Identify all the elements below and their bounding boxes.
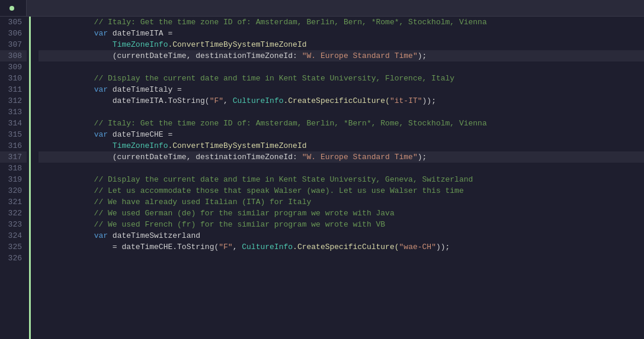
line-numbers: 3053063073083093103113123133143153163173… <box>0 17 27 264</box>
code-token: , <box>233 243 242 251</box>
code-token: // Let us accommodate those that speak W… <box>39 186 464 195</box>
code-token: TimeZoneInfo <box>113 40 168 49</box>
code-token: // We used French (fr) for the similar p… <box>39 220 385 229</box>
code-token: ); <box>418 51 427 60</box>
code-line: // Let us accommodate those that speak W… <box>39 185 644 196</box>
line-number: 320 <box>0 185 27 196</box>
code-token: .ConvertTimeBySystemTimeZoneId <box>168 141 306 150</box>
code-token: .CreateSpecificCulture( <box>293 243 399 251</box>
line-number: 317 <box>0 151 27 163</box>
code-content[interactable]: // Italy: Get the time zone ID of: Amste… <box>34 17 644 339</box>
line-number: 307 <box>0 39 27 50</box>
code-token <box>39 40 113 49</box>
code-line: var dateTimeITA = <box>39 28 644 39</box>
code-line: // Italy: Get the time zone ID of: Amste… <box>39 118 644 129</box>
code-line: // We have already used Italian (ITA) fo… <box>39 196 644 208</box>
code-area: 3053063073083093103113123133143153163173… <box>0 17 644 339</box>
editor-container: 3053063073083093103113123133143153163173… <box>0 0 644 339</box>
code-token: var <box>94 130 108 139</box>
code-token <box>39 29 94 38</box>
code-token: dateTimeSwitzerland <box>108 231 200 240</box>
code-token <box>39 141 113 150</box>
code-line: // Display the current date and time in … <box>39 174 644 185</box>
code-line <box>39 163 644 174</box>
code-token: CultureInfo <box>242 243 293 251</box>
code-line: // Display the current date and time in … <box>39 73 644 84</box>
code-line: (currentDateTime, destinationTimeZoneId:… <box>39 151 644 163</box>
code-token: "wae-CH" <box>399 243 436 251</box>
code-token: dateTimeItaly = <box>108 85 182 94</box>
code-token: dateTimeITA.ToString( <box>39 96 210 105</box>
code-token: CultureInfo <box>233 96 284 105</box>
code-line: // Italy: Get the time zone ID of: Amste… <box>39 17 644 28</box>
code-token: // Italy: Get the time zone ID of: Amste… <box>39 119 487 128</box>
code-line <box>39 62 644 73</box>
code-token: dateTimeITA = <box>108 29 172 38</box>
line-number: 310 <box>0 73 27 84</box>
code-token: )); <box>422 96 436 105</box>
line-number: 314 <box>0 118 27 129</box>
code-token: TimeZoneInfo <box>113 141 168 150</box>
code-token <box>39 85 94 94</box>
line-number: 322 <box>0 208 27 219</box>
code-token <box>39 130 94 139</box>
gutter <box>27 17 34 339</box>
code-token: = dateTimeCHE.ToString( <box>39 243 219 251</box>
code-token: var <box>94 29 108 38</box>
code-token: "it-IT" <box>390 96 422 105</box>
code-token: ); <box>418 153 427 162</box>
line-number: 306 <box>0 28 27 39</box>
line-number: 308 <box>0 50 27 62</box>
code-token <box>39 231 94 240</box>
code-line: TimeZoneInfo.ConvertTimeBySystemTimeZone… <box>39 39 644 50</box>
code-token: "W. Europe Standard Time" <box>302 51 418 60</box>
line-number: 313 <box>0 106 27 118</box>
code-token: var <box>94 231 108 240</box>
code-token: // Italy: Get the time zone ID of: Amste… <box>39 18 487 27</box>
code-line: // We used German (de) for the similar p… <box>39 208 644 219</box>
line-number: 311 <box>0 84 27 95</box>
code-line: var dateTimeCHE = <box>39 129 644 140</box>
code-token: "W. Europe Standard Time" <box>302 153 418 162</box>
line-number: 309 <box>0 62 27 73</box>
code-token: .CreateSpecificCulture( <box>284 96 390 105</box>
active-tab[interactable] <box>0 0 27 16</box>
tab-modified-dot <box>9 6 14 11</box>
line-number: 318 <box>0 163 27 174</box>
code-line: // We used French (fr) for the similar p… <box>39 219 644 230</box>
code-line: (currentDateTime, destinationTimeZoneId:… <box>39 50 644 62</box>
code-line: var dateTimeSwitzerland <box>39 230 644 241</box>
code-token: .ConvertTimeBySystemTimeZoneId <box>168 40 306 49</box>
line-number: 319 <box>0 174 27 185</box>
code-line <box>39 253 644 264</box>
green-indicator-bar <box>29 17 31 339</box>
line-number: 305 <box>0 17 27 28</box>
line-number: 316 <box>0 140 27 151</box>
code-token: // Display the current date and time in … <box>39 74 454 83</box>
code-token: "F" <box>210 96 223 105</box>
code-line: = dateTimeCHE.ToString("F", CultureInfo.… <box>39 241 644 253</box>
code-token: "F" <box>219 243 232 251</box>
line-number: 321 <box>0 196 27 208</box>
line-number: 324 <box>0 230 27 241</box>
code-line: TimeZoneInfo.ConvertTimeBySystemTimeZone… <box>39 140 644 151</box>
line-number: 315 <box>0 129 27 140</box>
line-number: 326 <box>0 253 27 264</box>
code-token: (currentDateTime, destinationTimeZoneId: <box>39 51 302 60</box>
code-token: // Display the current date and time in … <box>39 175 473 184</box>
code-token: // We have already used Italian (ITA) fo… <box>39 198 311 206</box>
code-token: var <box>94 85 108 94</box>
code-line: dateTimeITA.ToString("F", CultureInfo.Cr… <box>39 95 644 106</box>
code-token: // We used German (de) for the similar p… <box>39 209 395 218</box>
code-token: dateTimeCHE = <box>108 130 172 139</box>
code-token: )); <box>436 243 450 251</box>
code-line: var dateTimeItaly = <box>39 84 644 95</box>
code-line <box>39 106 644 118</box>
line-number: 325 <box>0 241 27 253</box>
line-number: 312 <box>0 95 27 106</box>
code-token: , <box>223 96 233 105</box>
tab-bar <box>0 0 644 17</box>
line-number: 323 <box>0 219 27 230</box>
code-token: (currentDateTime, destinationTimeZoneId: <box>39 153 302 162</box>
